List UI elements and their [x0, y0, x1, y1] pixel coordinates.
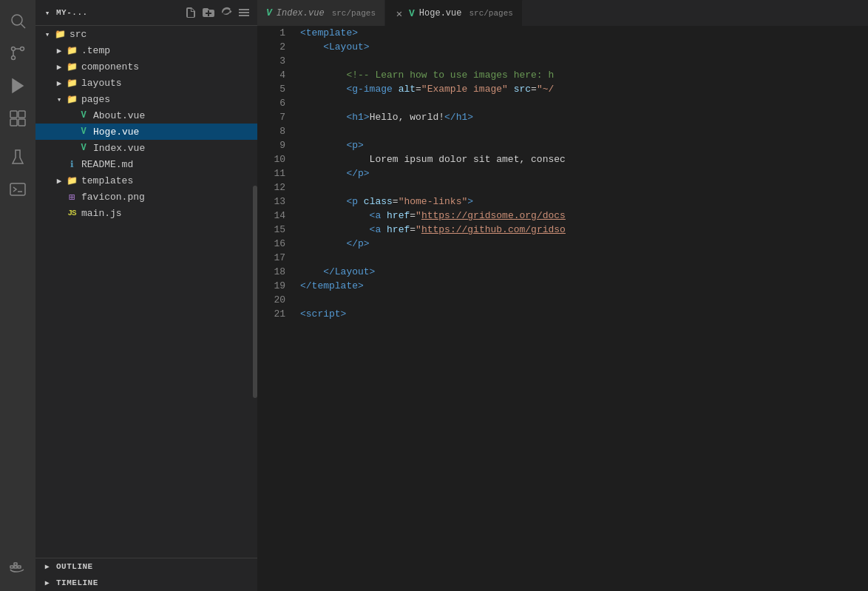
docker-icon[interactable] — [3, 553, 33, 582]
code-line-3 — [300, 54, 868, 68]
readme-label: README.md — [81, 159, 251, 170]
code-content: <template> <Layout> <!-- Learn how to us… — [294, 26, 868, 591]
vue-file-icon: V — [77, 126, 90, 137]
code-line-7: <h1>Hello, world!</h1> — [300, 110, 868, 124]
tree-item-components[interactable]: ▶ 📁 components — [35, 58, 257, 75]
code-editor[interactable]: 12345 678910 1112131415 1617181920 21 <t… — [257, 26, 868, 591]
svg-rect-14 — [18, 566, 21, 568]
svg-point-3 — [21, 47, 24, 51]
terminal-icon[interactable] — [3, 175, 33, 204]
tree-item-layouts[interactable]: ▶ 📁 layouts — [35, 75, 257, 91]
code-line-4: <!-- Learn how to use images here: h — [300, 68, 868, 82]
editor-area: V Index.vue src/pages ✕ V Hoge.vue src/p… — [257, 0, 868, 591]
timeline-label: TIMELINE — [56, 578, 98, 587]
tree-item-temp[interactable]: ▶ 📁 .temp — [35, 42, 257, 58]
code-line-10: Lorem ipsum dolor sit amet, consec — [300, 152, 868, 166]
tree-item-index-vue[interactable]: ▶ V Index.vue — [35, 140, 257, 156]
pages-label: pages — [81, 94, 251, 105]
code-line-2: <Layout> — [300, 40, 868, 54]
readme-icon: ℹ — [65, 159, 78, 170]
search-icon[interactable] — [3, 6, 33, 36]
tree-item-favicon[interactable]: ▶ ⊞ favicon.png — [35, 189, 257, 205]
tree-item-main-js[interactable]: ▶ JS main.js — [35, 205, 257, 221]
sidebar: ▾ MY-... ▾ 📁 src — [35, 0, 257, 591]
test-icon[interactable] — [3, 142, 33, 172]
temp-label: .temp — [81, 45, 251, 56]
svg-rect-15 — [14, 563, 17, 565]
timeline-panel-header[interactable]: ▶ TIMELINE — [35, 575, 257, 591]
code-line-16: </p> — [300, 237, 868, 251]
folder-icon: 📁 — [65, 175, 78, 186]
svg-line-1 — [21, 24, 26, 29]
tree-item-pages[interactable]: ▾ 📁 pages — [35, 91, 257, 107]
js-file-icon: JS — [65, 209, 78, 217]
timeline-chevron: ▶ — [41, 578, 53, 587]
code-line-6 — [300, 96, 868, 110]
index-tab-path: src/pages — [332, 9, 376, 18]
explorer-chevron[interactable]: ▾ — [41, 8, 53, 18]
folder-icon: 📁 — [65, 78, 78, 89]
index-vue-label: Index.vue — [93, 143, 251, 154]
src-label: src — [69, 29, 251, 40]
tree-item-src[interactable]: ▾ 📁 src — [35, 26, 257, 42]
svg-rect-13 — [14, 566, 17, 568]
code-line-5: <g-image alt="Example image" src="~/ — [300, 82, 868, 96]
templates-label: templates — [81, 175, 251, 186]
code-line-15: <a href="https://github.com/gridso — [300, 223, 868, 237]
layouts-label: layouts — [81, 78, 251, 89]
outline-label: OUTLINE — [56, 562, 93, 571]
code-line-11: </p> — [300, 166, 868, 180]
refresh-icon[interactable] — [219, 5, 234, 20]
temp-chevron: ▶ — [53, 46, 65, 55]
new-file-icon[interactable] — [183, 5, 198, 20]
code-line-1: <template> — [300, 26, 868, 40]
code-line-21: <script> — [300, 307, 868, 321]
components-label: components — [81, 61, 251, 72]
image-file-icon: ⊞ — [65, 191, 78, 203]
extensions-icon[interactable] — [3, 104, 33, 133]
tree-item-templates[interactable]: ▶ 📁 templates — [35, 172, 257, 189]
outline-panel-header[interactable]: ▶ OUTLINE — [35, 558, 257, 575]
explorer-header: ▾ MY-... — [35, 0, 257, 26]
svg-point-2 — [12, 56, 16, 60]
tree-item-readme[interactable]: ▶ ℹ README.md — [35, 156, 257, 172]
svg-rect-7 — [18, 111, 25, 118]
favicon-label: favicon.png — [81, 192, 251, 203]
folder-icon: 📁 — [53, 29, 67, 40]
source-control-icon[interactable] — [3, 38, 33, 68]
line-numbers: 12345 678910 1112131415 1617181920 21 — [257, 26, 294, 591]
code-line-9: <p> — [300, 138, 868, 152]
code-line-19: </template> — [300, 279, 868, 293]
svg-rect-10 — [10, 183, 25, 195]
tab-index-vue[interactable]: V Index.vue src/pages — [257, 0, 385, 26]
collapse-all-icon[interactable] — [237, 5, 251, 20]
tab-hoge-vue[interactable]: ✕ V Hoge.vue src/pages — [385, 0, 523, 26]
svg-rect-6 — [10, 111, 17, 118]
close-tab-icon[interactable]: ✕ — [394, 8, 404, 18]
sidebar-bottom: ▶ OUTLINE ▶ TIMELINE — [35, 558, 257, 591]
new-folder-icon[interactable] — [201, 5, 216, 20]
src-chevron: ▾ — [41, 30, 53, 39]
outline-chevron: ▶ — [41, 562, 53, 571]
code-line-18: </Layout> — [300, 265, 868, 279]
vue-tab-icon: V — [266, 7, 272, 18]
svg-rect-12 — [10, 566, 13, 568]
hoge-tab-label: Hoge.vue — [419, 8, 462, 18]
templates-chevron: ▶ — [53, 176, 65, 186]
folder-icon: 📁 — [65, 45, 78, 56]
svg-marker-5 — [13, 79, 23, 92]
code-line-13: <p class="home-links"> — [300, 195, 868, 209]
vue-tab-icon: V — [409, 8, 415, 19]
code-line-12 — [300, 180, 868, 195]
explorer-title: MY-... — [56, 8, 180, 17]
layouts-chevron: ▶ — [53, 78, 65, 88]
run-debug-icon[interactable] — [3, 71, 33, 101]
tree-item-hoge-vue[interactable]: ▶ V Hoge.vue — [35, 124, 257, 140]
code-line-8 — [300, 124, 868, 138]
tree-item-about-vue[interactable]: ▶ V About.vue — [35, 107, 257, 124]
code-line-17 — [300, 251, 868, 265]
file-tree: ▾ 📁 src ▶ 📁 .temp ▶ 📁 components ▶ 📁 lay… — [35, 26, 257, 558]
vue-file-icon: V — [77, 110, 90, 121]
activity-bar — [0, 0, 35, 591]
svg-point-4 — [12, 47, 16, 51]
